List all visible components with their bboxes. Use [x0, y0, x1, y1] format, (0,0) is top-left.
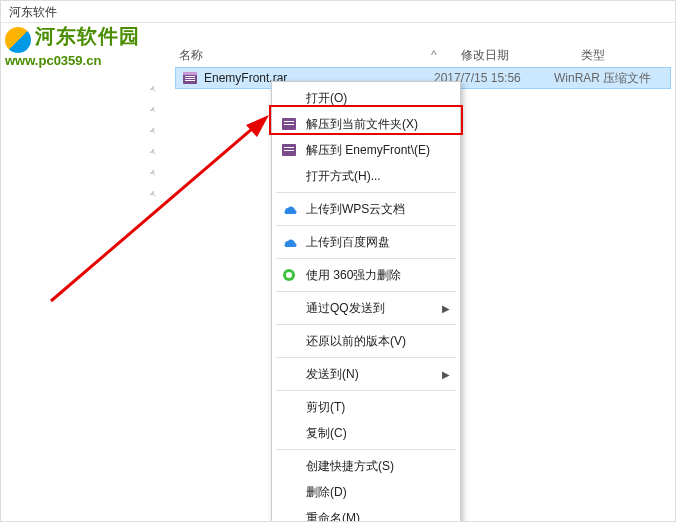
- svg-rect-3: [185, 78, 195, 79]
- submenu-arrow-icon: ▶: [442, 369, 450, 380]
- baidu-cloud-icon: [278, 233, 300, 251]
- col-name[interactable]: 名称: [171, 47, 431, 64]
- svg-rect-2: [185, 76, 195, 77]
- menu-separator: [276, 258, 456, 259]
- menu-360-delete[interactable]: 使用 360强力删除: [274, 262, 458, 288]
- svg-rect-1: [183, 72, 197, 75]
- context-menu: 打开(O) 解压到当前文件夹(X) 解压到 EnemyFront\(E) 打开方…: [271, 81, 461, 522]
- menu-separator: [276, 390, 456, 391]
- site-logo-icon: [5, 27, 31, 53]
- menu-wps-upload[interactable]: 上传到WPS云文档: [274, 196, 458, 222]
- window-title: 河东软件: [1, 1, 675, 23]
- wps-cloud-icon: [278, 200, 300, 218]
- menu-extract-here[interactable]: 解压到当前文件夹(X): [274, 111, 458, 137]
- menu-qq-send[interactable]: 通过QQ发送到▶: [274, 295, 458, 321]
- rar-icon: [278, 115, 300, 133]
- menu-delete[interactable]: 删除(D): [274, 479, 458, 505]
- menu-rename[interactable]: 重命名(M): [274, 505, 458, 522]
- menu-baidu-upload[interactable]: 上传到百度网盘: [274, 229, 458, 255]
- file-type: WinRAR 压缩文件: [554, 70, 651, 87]
- watermark: 河东软件园 www.pc0359.cn: [5, 23, 175, 63]
- quick-access-pins: [141, 77, 165, 210]
- menu-separator: [276, 449, 456, 450]
- menu-open-with[interactable]: 打开方式(H)...: [274, 163, 458, 189]
- menu-restore-versions[interactable]: 还原以前的版本(V): [274, 328, 458, 354]
- col-date[interactable]: 修改日期: [461, 47, 581, 64]
- menu-extract-to[interactable]: 解压到 EnemyFront\(E): [274, 137, 458, 163]
- pin-icon[interactable]: [146, 84, 160, 98]
- menu-separator: [276, 357, 456, 358]
- menu-separator: [276, 192, 456, 193]
- menu-send-to[interactable]: 发送到(N)▶: [274, 361, 458, 387]
- menu-open[interactable]: 打开(O): [274, 85, 458, 111]
- watermark-url: www.pc0359.cn: [5, 53, 175, 68]
- watermark-brand: 河东软件园: [35, 25, 140, 47]
- col-type[interactable]: 类型: [581, 47, 675, 64]
- svg-rect-7: [284, 124, 294, 125]
- svg-rect-6: [284, 121, 294, 122]
- svg-rect-9: [284, 147, 294, 148]
- pin-icon[interactable]: [146, 168, 160, 182]
- menu-separator: [276, 225, 456, 226]
- rar-icon: [278, 141, 300, 159]
- svg-point-12: [286, 272, 292, 278]
- rar-file-icon: [182, 70, 198, 86]
- sort-indicator-icon: ^: [431, 48, 461, 62]
- column-headers: 名称 ^ 修改日期 类型: [171, 43, 675, 67]
- menu-create-shortcut[interactable]: 创建快捷方式(S): [274, 453, 458, 479]
- pin-icon[interactable]: [146, 105, 160, 119]
- submenu-arrow-icon: ▶: [442, 303, 450, 314]
- menu-cut[interactable]: 剪切(T): [274, 394, 458, 420]
- svg-rect-4: [185, 80, 195, 81]
- 360-icon: [278, 266, 300, 284]
- svg-marker-14: [246, 115, 269, 137]
- menu-separator: [276, 291, 456, 292]
- svg-rect-10: [284, 150, 294, 151]
- menu-separator: [276, 324, 456, 325]
- pin-icon[interactable]: [146, 189, 160, 203]
- menu-copy[interactable]: 复制(C): [274, 420, 458, 446]
- pin-icon[interactable]: [146, 126, 160, 140]
- pin-icon[interactable]: [146, 147, 160, 161]
